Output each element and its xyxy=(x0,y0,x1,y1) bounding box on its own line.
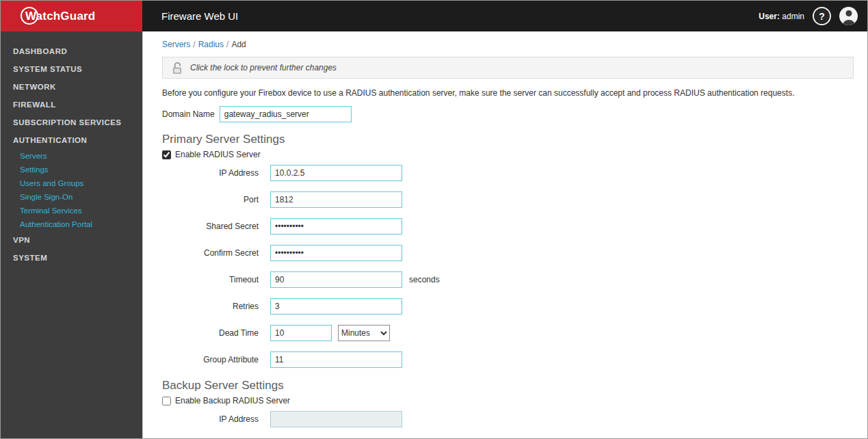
dead-time-input[interactable] xyxy=(270,325,332,341)
user-avatar-icon[interactable] xyxy=(839,7,858,25)
user-indicator: User: admin xyxy=(759,12,804,21)
group-attribute-input[interactable] xyxy=(270,351,402,368)
enable-radius-server-checkbox[interactable] xyxy=(162,150,171,159)
sidebar-item-subscription-services[interactable]: SUBSCRIPTION SERVICES xyxy=(1,114,142,131)
dead-time-row: Dead Time Minutes xyxy=(162,325,854,341)
breadcrumb-separator: / xyxy=(193,40,195,49)
ip-address-label: IP Address xyxy=(162,168,259,178)
domain-name-input[interactable] xyxy=(220,106,352,122)
main-content: Servers/Radius/Add Click the lock to pre… xyxy=(142,31,867,438)
sidebar-item-single-sign-on[interactable]: Single Sign-On xyxy=(1,190,142,204)
open-lock-icon xyxy=(171,62,184,75)
confirm-secret-label: Confirm Secret xyxy=(162,248,259,258)
enable-backup-radius-server-checkbox[interactable] xyxy=(162,397,171,405)
sidebar-item-system[interactable]: SYSTEM xyxy=(1,249,142,267)
shared-secret-label: Shared Secret xyxy=(162,222,259,231)
domain-name-row: Domain Name xyxy=(162,107,854,122)
timeout-input[interactable] xyxy=(270,271,402,288)
shared-secret-input[interactable] xyxy=(270,218,402,235)
top-bar: WatchGuard Fireware Web UI User: admin ? xyxy=(1,1,867,31)
fireware-web-ui-window: WatchGuard Fireware Web UI User: admin ?… xyxy=(0,0,868,439)
enable-backup-radius-server-row[interactable]: Enable Backup RADIUS Server xyxy=(162,396,854,405)
group-attribute-label: Group Attribute xyxy=(162,355,259,364)
sidebar-item-vpn[interactable]: VPN xyxy=(1,231,142,249)
timeout-row: Timeout seconds xyxy=(162,271,854,288)
breadcrumb: Servers/Radius/Add xyxy=(162,40,854,50)
timeout-label: Timeout xyxy=(162,275,259,284)
port-row: Port xyxy=(162,191,854,208)
backup-server-settings-heading: Backup Server Settings xyxy=(162,379,854,392)
sidebar-item-terminal-services[interactable]: Terminal Services xyxy=(1,204,142,217)
shared-secret-row: Shared Secret xyxy=(162,218,854,235)
lock-banner[interactable]: Click the lock to prevent further change… xyxy=(162,57,854,79)
sidebar-nav: DASHBOARD SYSTEM STATUS NETWORK FIREWALL… xyxy=(1,31,142,438)
primary-server-settings-heading: Primary Server Settings xyxy=(162,133,854,146)
sidebar-item-network[interactable]: NETWORK xyxy=(1,78,142,96)
sidebar-item-system-status[interactable]: SYSTEM STATUS xyxy=(1,60,142,78)
user-label: User: xyxy=(759,12,780,21)
retries-label: Retries xyxy=(162,302,259,311)
intro-text: Before you configure your Firebox device… xyxy=(162,88,854,98)
topbar-right: User: admin ? xyxy=(759,7,867,25)
lock-notice-text: Click the lock to prevent further change… xyxy=(190,63,337,72)
confirm-secret-input[interactable] xyxy=(270,245,402,261)
sidebar-item-servers[interactable]: Servers xyxy=(1,149,142,163)
dead-time-unit-select[interactable]: Minutes xyxy=(338,325,390,341)
sidebar-item-dashboard[interactable]: DASHBOARD xyxy=(1,42,142,60)
sidebar-item-authentication[interactable]: AUTHENTICATION xyxy=(1,131,142,149)
retries-row: Retries xyxy=(162,298,854,315)
port-input[interactable] xyxy=(270,191,402,208)
watchguard-logo[interactable]: WatchGuard xyxy=(1,1,142,31)
backup-ip-address-row: IP Address xyxy=(162,411,854,427)
body-row: DASHBOARD SYSTEM STATUS NETWORK FIREWALL… xyxy=(1,31,867,438)
timeout-suffix: seconds xyxy=(409,275,440,284)
ip-address-input[interactable] xyxy=(270,165,402,181)
avatar-head-shape xyxy=(845,10,852,16)
retries-input[interactable] xyxy=(270,298,402,315)
backup-ip-address-label: IP Address xyxy=(162,414,259,424)
dead-time-label: Dead Time xyxy=(162,328,259,338)
app-title: Fireware Web UI xyxy=(161,10,238,22)
sidebar-item-settings[interactable]: Settings xyxy=(1,163,142,176)
confirm-secret-row: Confirm Secret xyxy=(162,245,854,261)
group-attribute-row: Group Attribute xyxy=(162,351,854,368)
breadcrumb-separator: / xyxy=(226,40,228,49)
enable-backup-radius-server-label: Enable Backup RADIUS Server xyxy=(175,396,290,405)
backup-ip-address-input xyxy=(270,411,402,427)
sidebar-item-authentication-portal[interactable]: Authentication Portal xyxy=(1,217,142,231)
user-name: admin xyxy=(782,12,804,21)
avatar-body-shape xyxy=(843,20,854,25)
sidebar-item-users-and-groups[interactable]: Users and Groups xyxy=(1,176,142,190)
watchguard-logo-text: WatchGuard xyxy=(25,10,95,23)
breadcrumb-link-servers[interactable]: Servers xyxy=(162,40,190,49)
help-glyph: ? xyxy=(819,11,825,22)
breadcrumb-current: Add xyxy=(231,40,246,49)
sidebar-item-firewall[interactable]: FIREWALL xyxy=(1,96,142,114)
enable-radius-server-label: Enable RADIUS Server xyxy=(175,150,261,159)
help-icon[interactable]: ? xyxy=(813,7,831,25)
domain-name-label: Domain Name xyxy=(162,109,215,119)
ip-address-row: IP Address xyxy=(162,165,854,181)
enable-radius-server-row[interactable]: Enable RADIUS Server xyxy=(162,150,854,159)
port-label: Port xyxy=(162,195,259,204)
breadcrumb-link-radius[interactable]: Radius xyxy=(198,40,224,49)
